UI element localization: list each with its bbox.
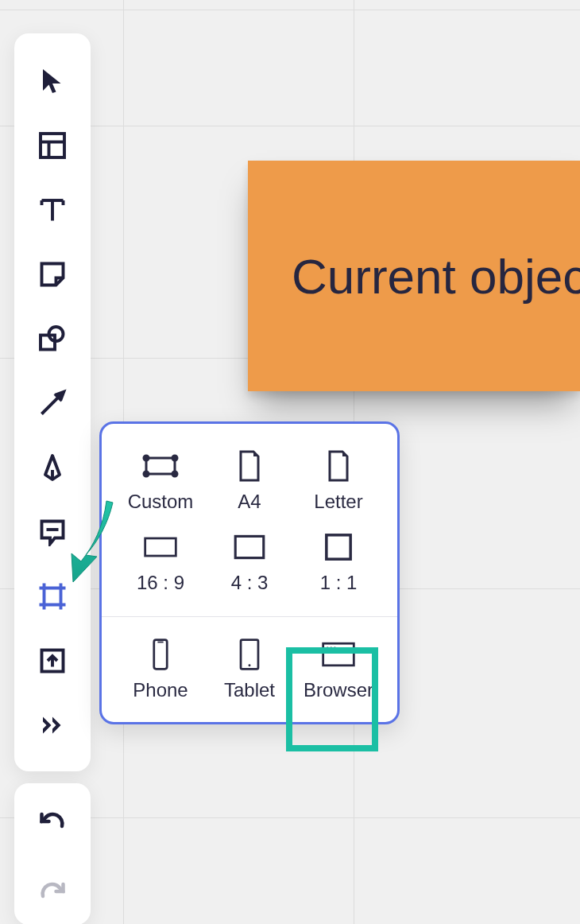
custom-frame-icon bbox=[140, 449, 181, 483]
redo-button[interactable] bbox=[37, 877, 68, 909]
frame-phone[interactable]: Phone bbox=[116, 638, 205, 701]
arrow-line-icon bbox=[38, 389, 67, 421]
svg-line-9 bbox=[42, 396, 60, 414]
select-tool[interactable] bbox=[37, 67, 68, 99]
svg-rect-25 bbox=[235, 536, 264, 557]
frame-option-label: Letter bbox=[314, 491, 362, 513]
frame-4-3[interactable]: 4 : 3 bbox=[205, 530, 294, 594]
canvas-grid-line bbox=[0, 10, 580, 10]
undo-icon bbox=[38, 807, 67, 839]
frame-tablet[interactable]: Tablet bbox=[205, 638, 294, 701]
svg-rect-31 bbox=[323, 643, 354, 666]
frame-option-label: Phone bbox=[133, 679, 188, 701]
frame-icon bbox=[38, 582, 67, 614]
undo-button[interactable] bbox=[37, 807, 68, 839]
svg-rect-27 bbox=[154, 640, 167, 670]
shapes-icon bbox=[38, 324, 67, 356]
browser-icon bbox=[318, 638, 359, 671]
tablet-icon bbox=[229, 638, 270, 671]
svg-rect-19 bbox=[146, 458, 175, 474]
ratio-4-3-icon bbox=[229, 530, 270, 564]
upload-tool[interactable] bbox=[37, 646, 68, 678]
frame-tool[interactable] bbox=[37, 582, 68, 614]
frame-option-label: 4 : 3 bbox=[231, 572, 269, 594]
ratio-1-1-icon bbox=[318, 530, 359, 564]
frame-option-label: Browser bbox=[304, 679, 373, 701]
svg-point-33 bbox=[331, 646, 333, 649]
frame-custom[interactable]: Custom bbox=[116, 449, 205, 513]
frame-option-label: Tablet bbox=[224, 679, 275, 701]
sticky-note-tool[interactable] bbox=[37, 260, 68, 292]
svg-point-20 bbox=[144, 456, 149, 460]
svg-rect-0 bbox=[41, 134, 64, 157]
comment-icon bbox=[38, 518, 67, 549]
more-tools[interactable] bbox=[37, 711, 68, 743]
svg-point-32 bbox=[327, 646, 329, 649]
frame-option-label: 16 : 9 bbox=[137, 572, 184, 594]
sticky-icon bbox=[38, 260, 67, 292]
svg-point-21 bbox=[172, 456, 177, 460]
svg-point-34 bbox=[334, 646, 336, 649]
cursor-icon bbox=[38, 67, 67, 99]
redo-icon bbox=[38, 877, 67, 909]
svg-point-23 bbox=[172, 472, 177, 476]
svg-point-22 bbox=[144, 472, 149, 476]
page-a4-icon bbox=[229, 449, 270, 483]
frame-a4[interactable]: A4 bbox=[205, 449, 294, 513]
frame-letter[interactable]: Letter bbox=[294, 449, 383, 513]
popover-separator bbox=[102, 616, 397, 617]
sticky-note-text: Current objectiv bbox=[292, 248, 580, 305]
frame-option-label: Custom bbox=[128, 491, 194, 513]
frame-16-9[interactable]: 16 : 9 bbox=[116, 530, 205, 594]
main-toolbar bbox=[14, 33, 91, 771]
history-toolbar bbox=[14, 783, 91, 924]
line-tool[interactable] bbox=[37, 389, 68, 421]
svg-rect-24 bbox=[145, 538, 176, 556]
frame-option-label: A4 bbox=[238, 491, 261, 513]
comment-tool[interactable] bbox=[37, 518, 68, 549]
svg-rect-26 bbox=[327, 535, 350, 559]
sticky-note[interactable]: Current objectiv bbox=[248, 161, 580, 391]
pen-icon bbox=[38, 453, 67, 485]
pen-tool[interactable] bbox=[37, 453, 68, 485]
frame-picker-popover: Custom A4 Letter 16 : 9 4 : 3 bbox=[99, 421, 400, 724]
text-tool[interactable] bbox=[37, 196, 68, 227]
layout-icon bbox=[38, 131, 67, 163]
shapes-tool[interactable] bbox=[37, 324, 68, 356]
svg-point-30 bbox=[249, 664, 251, 666]
template-tool[interactable] bbox=[37, 131, 68, 163]
frame-1-1[interactable]: 1 : 1 bbox=[294, 530, 383, 594]
text-icon bbox=[38, 196, 67, 227]
frame-option-label: 1 : 1 bbox=[320, 572, 358, 594]
upload-frame-icon bbox=[38, 646, 67, 678]
chevrons-right-icon bbox=[38, 711, 67, 743]
page-letter-icon bbox=[318, 449, 359, 483]
svg-rect-7 bbox=[41, 336, 55, 350]
ratio-16-9-icon bbox=[140, 530, 181, 564]
frame-browser[interactable]: Browser bbox=[294, 638, 383, 701]
phone-icon bbox=[140, 638, 181, 671]
